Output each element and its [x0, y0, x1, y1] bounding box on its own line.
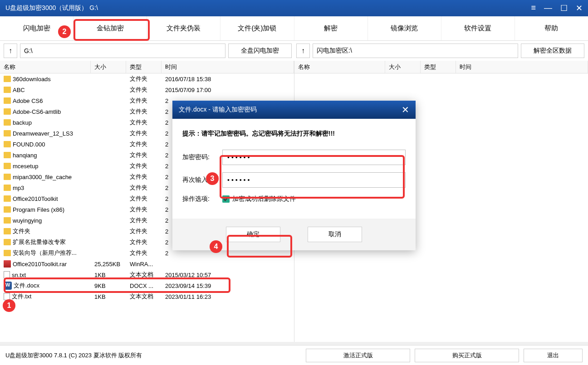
toolbar-gold-encrypt[interactable]: 金钻加密: [74, 16, 147, 40]
toolbar-flash-encrypt[interactable]: 闪电加密: [0, 16, 74, 40]
window-controls: ≡ — ☐ ✕: [531, 3, 583, 13]
delete-original-checkbox[interactable]: [222, 195, 230, 203]
path-input-right[interactable]: 闪电加密区:\: [313, 44, 518, 58]
file-name: mp3: [13, 185, 24, 191]
file-type: 文件夹: [126, 249, 162, 257]
col-type[interactable]: 类型: [126, 61, 162, 73]
purchase-button[interactable]: 购买正式版: [415, 349, 519, 362]
folder-icon: [4, 174, 11, 180]
file-size: 1KB: [91, 293, 126, 300]
dialog-body: 提示：请牢记加密密码。忘记密码将无法打开和解密!!! 加密密码: 再次输入: 操…: [172, 119, 416, 219]
toolbar-mirror[interactable]: 镜像浏览: [368, 16, 441, 40]
file-time: 2023/01/11 16:23: [162, 293, 294, 300]
close-icon[interactable]: ✕: [576, 3, 583, 13]
cancel-button[interactable]: 取消: [308, 227, 362, 242]
ok-button[interactable]: 确定: [226, 227, 280, 242]
dialog-warning: 提示：请牢记加密密码。忘记密码将无法打开和解密!!!: [182, 130, 406, 138]
folder-icon: [4, 141, 11, 147]
file-type: 文件夹: [126, 162, 162, 170]
maximize-icon[interactable]: ☐: [560, 3, 568, 13]
col-size[interactable]: 大小: [91, 61, 126, 73]
col-size-r[interactable]: 大小: [385, 61, 421, 73]
file-name: Dreamweaver_12_LS3: [13, 130, 73, 137]
file-row[interactable]: 360downloads文件夹2016/07/18 15:38: [0, 73, 294, 84]
col-type-r[interactable]: 类型: [421, 61, 456, 73]
file-name: Adobe-CS6-amtlib: [13, 108, 61, 115]
file-row[interactable]: 文件.docx9KBDOCX ...2023/09/14 15:39: [0, 280, 294, 291]
main-toolbar: 闪电加密 金钻加密 文件夹伪装 文件(夹)加锁 解密 镜像浏览 软件设置 帮助: [0, 16, 588, 41]
folder-icon: [4, 239, 11, 245]
file-type: 文本文档: [126, 271, 162, 279]
file-time: 2023/09/14 15:39: [162, 282, 294, 289]
folder-icon: [4, 119, 11, 126]
folder-icon: [4, 250, 11, 256]
file-row[interactable]: 文件.txt1KB文本文档2023/01/11 16:23: [0, 291, 294, 302]
exit-button[interactable]: 退出: [524, 349, 583, 362]
path-row: ↑ G:\ 全盘闪电加密 ↑ 闪电加密区:\ 解密全区数据: [0, 41, 588, 61]
file-name: 文件.txt: [12, 292, 31, 301]
toolbar-folder-disguise[interactable]: 文件夹伪装: [147, 16, 220, 40]
folder-icon: [4, 217, 11, 224]
file-row[interactable]: ABC文件夹2015/07/09 17:00: [0, 84, 294, 95]
col-name-r[interactable]: 名称: [294, 61, 385, 73]
toolbar-lock[interactable]: 文件(夹)加锁: [220, 16, 294, 40]
up-button-left[interactable]: ↑: [4, 44, 17, 58]
password-label: 加密密码:: [182, 153, 222, 161]
folder-icon: [4, 228, 11, 234]
docx-icon: [4, 282, 12, 290]
file-type: 文件夹: [126, 97, 162, 105]
file-type: 文本文档: [126, 292, 162, 301]
bottom-bar: U盘超级加密3000 7.8.1 (C) 2023 夏冰软件 版权所有 激活正式…: [0, 345, 588, 365]
up-button-right[interactable]: ↑: [296, 44, 310, 58]
password-input[interactable]: [222, 150, 406, 165]
file-type: 文件夹: [126, 173, 162, 181]
file-time: 2: [162, 250, 294, 257]
minimize-icon[interactable]: —: [544, 3, 552, 13]
file-name: wuyingying: [13, 217, 42, 224]
toolbar-decrypt[interactable]: 解密: [294, 16, 368, 40]
folder-icon: [4, 87, 11, 93]
toolbar-help[interactable]: 帮助: [515, 16, 588, 40]
col-time[interactable]: 时间: [162, 61, 294, 73]
folder-icon: [4, 76, 11, 82]
folder-icon: [4, 152, 11, 158]
password-confirm-input[interactable]: [222, 172, 406, 188]
file-type: 文件夹: [126, 238, 162, 246]
activate-button[interactable]: 激活正式版: [306, 349, 410, 362]
file-name: 扩展名批量修改专家: [13, 238, 66, 246]
encrypt-all-button[interactable]: 全盘闪电加密: [228, 44, 292, 58]
file-size: 1KB: [91, 272, 126, 278]
file-type: 文件夹: [126, 151, 162, 159]
file-name: sn.txt: [12, 272, 26, 278]
col-name[interactable]: 名称: [0, 61, 91, 73]
decrypt-all-button[interactable]: 解密全区数据: [521, 44, 584, 58]
txt-icon: [4, 271, 10, 278]
col-time-r[interactable]: 时间: [456, 61, 588, 73]
file-name: Office2010Toolkit: [13, 195, 58, 202]
options-label: 操作选项:: [182, 195, 222, 203]
file-name: Office2010Toolkit.rar: [13, 261, 67, 268]
menu-icon[interactable]: ≡: [531, 3, 536, 13]
file-name: 360downloads: [13, 76, 51, 83]
file-name: 文件.docx: [14, 282, 39, 290]
dialog-footer: 确定 取消: [172, 219, 416, 250]
file-name: backup: [13, 119, 32, 126]
folder-icon: [4, 163, 11, 169]
file-type: 文件夹: [126, 205, 162, 214]
file-time: 2016/07/18 15:38: [162, 76, 294, 83]
file-row[interactable]: Office2010Toolkit.rar25,255KBWinRA...: [0, 258, 294, 269]
dialog-close-icon[interactable]: ✕: [402, 104, 409, 115]
folder-icon: [4, 195, 11, 202]
path-input-left[interactable]: G:\: [20, 44, 225, 58]
toolbar-settings[interactable]: 软件设置: [441, 16, 515, 40]
file-name: Adobe CS6: [13, 97, 43, 104]
left-headers: 名称 大小 类型 时间: [0, 61, 294, 73]
file-size: 25,255KB: [91, 261, 126, 268]
rar-icon: [4, 260, 11, 268]
file-row[interactable]: sn.txt1KB文本文档2015/03/12 10:57: [0, 269, 294, 280]
file-size: 9KB: [91, 282, 126, 289]
txt-icon: [4, 293, 10, 300]
copyright-text: U盘超级加密3000 7.8.1 (C) 2023 夏冰软件 版权所有: [5, 351, 301, 360]
password-dialog: 文件.docx - 请输入加密密码 ✕ 提示：请牢记加密密码。忘记密码将无法打开…: [172, 101, 416, 250]
folder-icon: [4, 108, 11, 115]
